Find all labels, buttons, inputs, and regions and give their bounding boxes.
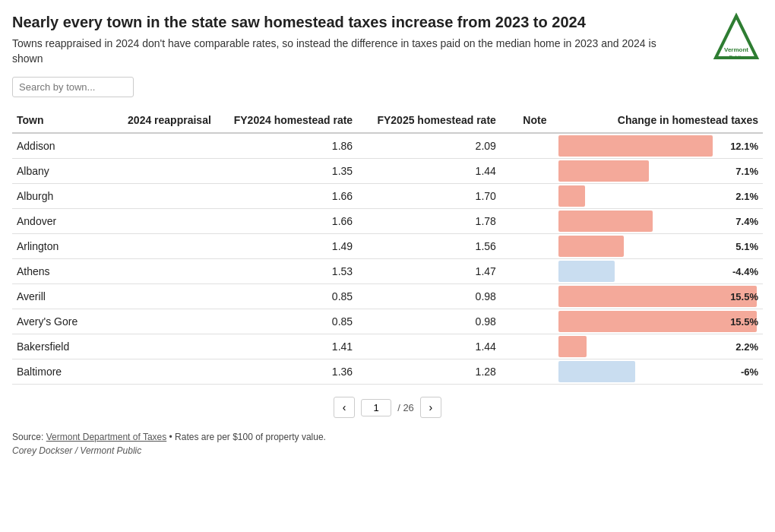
cell-change: 12.1% (558, 133, 763, 159)
change-bar-label: 7.4% (735, 216, 758, 227)
change-bar-cell: 7.1% (558, 160, 763, 182)
change-bar-label: 7.1% (735, 166, 758, 177)
cell-town: Arlington (12, 234, 115, 259)
table-row: Addison1.862.0912.1% (12, 133, 763, 159)
next-page-button[interactable]: › (420, 397, 441, 418)
cell-change: 15.5% (558, 284, 763, 309)
change-bar-bg (558, 160, 649, 182)
footer-credit: Corey Dockser / Vermont Public (12, 445, 763, 456)
table-row: Avery's Gore0.850.9815.5% (12, 309, 763, 334)
cell-fy2025: 1.70 (368, 184, 511, 209)
change-bar-label: 5.1% (735, 241, 758, 252)
cell-change: -6% (558, 359, 763, 385)
cell-town: Baltimore (12, 359, 115, 385)
table-row: Andover1.661.787.4% (12, 209, 763, 234)
cell-change: 7.1% (558, 159, 763, 184)
table-body: Addison1.862.0912.1%Albany1.351.447.1%Al… (12, 133, 763, 385)
cell-reappraisal (115, 309, 225, 334)
cell-note (511, 284, 558, 309)
cell-fy2024: 1.35 (224, 159, 368, 184)
cell-fy2024: 1.86 (224, 133, 368, 159)
cell-town: Bakersfield (12, 334, 115, 359)
change-bar-cell: 7.4% (558, 211, 763, 232)
change-bar-bg (558, 211, 653, 232)
cell-note (511, 133, 558, 159)
cell-reappraisal (115, 234, 225, 259)
cell-note (511, 234, 558, 259)
change-bar-label: 12.1% (730, 141, 758, 152)
main-table: Town 2024 reappraisal FY2024 homestead r… (12, 108, 763, 385)
footer: Source: Vermont Department of Taxes • Ra… (12, 432, 763, 456)
cell-fy2024: 1.53 (224, 259, 368, 284)
change-bar-label: 2.2% (735, 341, 758, 353)
change-bar-cell: -6% (558, 361, 763, 382)
page-total: / 26 (397, 402, 414, 413)
cell-change: -4.4% (558, 259, 763, 284)
cell-change: 7.4% (558, 209, 763, 234)
cell-note (511, 334, 558, 359)
search-area[interactable] (12, 77, 763, 97)
table-row: Averill0.850.9815.5% (12, 284, 763, 309)
cell-change: 5.1% (558, 234, 763, 259)
cell-fy2025: 0.98 (368, 284, 511, 309)
source-label: Source: (12, 432, 43, 442)
change-bar-cell: -4.4% (558, 261, 763, 282)
cell-town: Alburgh (12, 184, 115, 209)
title-block: Nearly every town in the state saw homes… (12, 12, 681, 66)
change-bar-bg (558, 336, 587, 357)
pagination: ‹ / 26 › (12, 397, 763, 418)
cell-fy2024: 1.36 (224, 359, 368, 385)
col-header-reappraisal: 2024 reappraisal (115, 108, 225, 133)
cell-reappraisal (115, 133, 225, 159)
cell-fy2024: 0.85 (224, 309, 368, 334)
cell-reappraisal (115, 284, 225, 309)
source-note: • Rates are per $100 of property value. (169, 432, 326, 442)
header-area: Nearly every town in the state saw homes… (12, 12, 763, 68)
change-bar-bg (558, 185, 585, 207)
main-title: Nearly every town in the state saw homes… (12, 12, 681, 32)
page-number-input[interactable] (361, 399, 391, 416)
change-bar-cell: 15.5% (558, 286, 763, 307)
cell-town: Addison (12, 133, 115, 159)
svg-text:Vermont: Vermont (724, 46, 748, 53)
col-header-town: Town (12, 108, 115, 133)
cell-fy2024: 1.66 (224, 184, 368, 209)
col-header-note: Note (511, 108, 558, 133)
change-bar-bg (558, 361, 635, 382)
search-input[interactable] (12, 77, 134, 97)
change-bar-label: 15.5% (730, 316, 758, 328)
cell-town: Andover (12, 209, 115, 234)
source-link[interactable]: Vermont Department of Taxes (46, 432, 167, 442)
cell-reappraisal (115, 159, 225, 184)
change-bar-cell: 2.2% (558, 336, 763, 357)
cell-fy2025: 1.28 (368, 359, 511, 385)
svg-text:Public: Public (729, 55, 744, 60)
cell-town: Averill (12, 284, 115, 309)
change-bar-bg (558, 261, 615, 282)
cell-note (511, 359, 558, 385)
change-bar-label: -4.4% (732, 266, 758, 277)
col-header-fy2024: FY2024 homestead rate (224, 108, 368, 133)
cell-fy2025: 1.56 (368, 234, 511, 259)
cell-note (511, 259, 558, 284)
cell-change: 2.1% (558, 184, 763, 209)
col-header-change: Change in homestead taxes (558, 108, 763, 133)
cell-fy2024: 1.49 (224, 234, 368, 259)
cell-fy2025: 1.44 (368, 334, 511, 359)
cell-town: Avery's Gore (12, 309, 115, 334)
prev-page-button[interactable]: ‹ (334, 397, 355, 418)
cell-fy2025: 2.09 (368, 133, 511, 159)
cell-note (511, 159, 558, 184)
cell-reappraisal (115, 359, 225, 385)
cell-town: Albany (12, 159, 115, 184)
table-row: Athens1.531.47-4.4% (12, 259, 763, 284)
change-bar-bg (558, 236, 624, 257)
table-row: Arlington1.491.565.1% (12, 234, 763, 259)
cell-fy2024: 1.66 (224, 209, 368, 234)
col-header-fy2025: FY2025 homestead rate (368, 108, 511, 133)
change-bar-cell: 5.1% (558, 236, 763, 257)
cell-note (511, 184, 558, 209)
cell-fy2025: 0.98 (368, 309, 511, 334)
cell-reappraisal (115, 209, 225, 234)
cell-change: 15.5% (558, 309, 763, 334)
